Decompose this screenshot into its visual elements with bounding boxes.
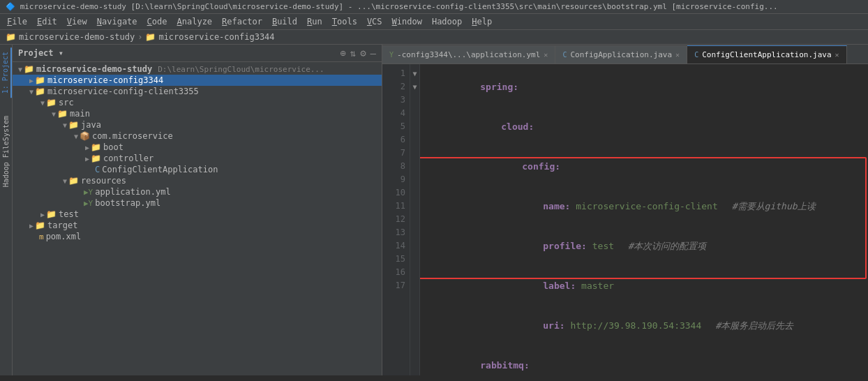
- yaml-key-spring: spring:: [480, 82, 518, 92]
- menu-help[interactable]: Help: [467, 15, 496, 28]
- tree-label-resources: resources: [81, 176, 126, 186]
- project-tree: ▼ 📁 microservice-demo-study D:\learn\Spr…: [13, 62, 382, 375]
- minimize-icon[interactable]: —: [371, 47, 376, 59]
- sidebar-toolbar: ⊕ ⇅ ⚙ —: [340, 47, 376, 59]
- tree-item-bootstrap-yml[interactable]: ▶Y bootstrap.yml: [13, 197, 382, 209]
- tab-configapp-java[interactable]: C ConfigApplication.java ✕: [555, 45, 687, 64]
- tree-label-client3355: microservice-config-client3355: [47, 87, 199, 96]
- breadcrumb-folder-icon: 📁: [6, 32, 16, 42]
- yaml-key-uri: uri:: [543, 320, 564, 331]
- tab-configclientapp-label: ConfigClientApplication.java: [702, 50, 831, 59]
- breadcrumb-folder-icon-2: 📁: [145, 32, 156, 42]
- menu-build[interactable]: Build: [268, 15, 301, 28]
- sidebar-title: Project ▾: [18, 48, 63, 58]
- yaml-comment-5: #本次访问的配置项: [628, 241, 706, 251]
- tab-hadoop-filesystem[interactable]: Hadoop FileSystem: [1, 112, 11, 191]
- menu-hadoop[interactable]: Hadoop: [428, 15, 466, 28]
- menu-window[interactable]: Window: [388, 15, 426, 28]
- tab-project[interactable]: 1: Project: [0, 47, 12, 98]
- tree-label-config3344: microservice-config3344: [47, 75, 163, 85]
- tree-label-application-yml: application.yml: [95, 187, 170, 197]
- sync-icon[interactable]: ⇅: [350, 47, 356, 59]
- breadcrumb-child[interactable]: microservice-config3344: [158, 32, 274, 42]
- code-editor: 1 2 3 4 5 6 7 8 9 10 11 12 13 14 15 16 1…: [382, 64, 868, 375]
- app-icon: 🔷: [6, 2, 20, 11]
- tree-detail-root: D:\learn\SpringCloud\microservice...: [158, 65, 324, 74]
- breadcrumb-root[interactable]: microservice-demo-study: [19, 32, 135, 42]
- code-content[interactable]: spring: cloud: config: name: microservic…: [420, 64, 868, 375]
- tabs-bar: Y -config3344\...\application.yml ✕ C Co…: [382, 45, 868, 64]
- tree-item-client3355[interactable]: ▼ 📁 microservice-config-client3355: [13, 86, 382, 97]
- menu-edit[interactable]: Edit: [33, 15, 61, 28]
- tree-item-target[interactable]: ▶ 📁 target: [13, 220, 382, 231]
- menu-analyze[interactable]: Analyze: [173, 15, 217, 28]
- menu-bar: File Edit View Navigate Code Analyze Ref…: [0, 14, 868, 30]
- tab-close-configapp[interactable]: ✕: [675, 51, 680, 59]
- code-line-2: cloud:: [426, 107, 862, 147]
- tree-item-controller[interactable]: ▶ 📁 controller: [13, 153, 382, 164]
- tree-item-pom-xml[interactable]: m pom.xml: [13, 231, 382, 242]
- code-line-6: label: master: [426, 266, 862, 306]
- tree-item-test[interactable]: ▶ 📁 test: [13, 209, 382, 220]
- tree-label-main: main: [70, 109, 90, 119]
- tree-item-root[interactable]: ▼ 📁 microservice-demo-study D:\learn\Spr…: [13, 64, 382, 75]
- code-line-7: uri: http://39.98.190.54:3344#本服务启动后先去: [426, 306, 862, 345]
- tree-label-package: com.microservice: [92, 131, 173, 141]
- tree-label-java: java: [81, 120, 101, 130]
- breadcrumb-separator: ›: [137, 32, 142, 42]
- tree-item-resources[interactable]: ▼ 📁 resources: [13, 175, 382, 186]
- code-line-8: rabbitmq:: [426, 345, 862, 375]
- yaml-val-uri: http://39.98.190.54:3344: [565, 320, 702, 331]
- tree-item-src[interactable]: ▼ 📁 src: [13, 97, 382, 108]
- menu-file[interactable]: File: [3, 15, 31, 28]
- yaml-comment-7: #本服务启动后先去: [715, 320, 793, 331]
- tab-yml-icon: Y: [389, 51, 394, 59]
- yaml-comment-4: #需要从github上读: [732, 201, 816, 211]
- tree-item-configclientapp[interactable]: C ConfigClientApplication: [13, 164, 382, 175]
- yaml-key-config: config:: [522, 161, 560, 172]
- tree-label-configclientapp: ConfigClientApplication: [102, 165, 218, 174]
- left-panel-tabs: 1: Project Hadoop FileSystem: [0, 45, 13, 375]
- sidebar-header: Project ▾ ⊕ ⇅ ⚙ —: [13, 45, 382, 62]
- tree-label-bootstrap-yml: bootstrap.yml: [95, 198, 160, 208]
- tab-configclientapp-java[interactable]: C ConfigClientApplication.java ✕: [687, 45, 847, 64]
- menu-refactor[interactable]: Refactor: [218, 15, 267, 28]
- yaml-val-profile: test: [587, 241, 614, 251]
- yaml-val-label: master: [576, 281, 614, 291]
- tab-close-application-yml[interactable]: ✕: [544, 51, 548, 59]
- menu-run[interactable]: Run: [303, 15, 327, 28]
- editor-area: Y -config3344\...\application.yml ✕ C Co…: [382, 45, 868, 375]
- menu-view[interactable]: View: [63, 15, 91, 28]
- menu-vcs[interactable]: VCS: [363, 15, 387, 28]
- yaml-key-name: name:: [543, 201, 570, 211]
- tab-java-icon-2: C: [694, 51, 698, 59]
- tree-item-java[interactable]: ▼ 📁 java: [13, 119, 382, 130]
- tree-label-src: src: [59, 98, 74, 107]
- tab-application-yml[interactable]: Y -config3344\...\application.yml ✕: [382, 45, 555, 64]
- tree-item-application-yml[interactable]: ▶Y application.yml: [13, 186, 382, 197]
- menu-code[interactable]: Code: [143, 15, 172, 28]
- tab-close-configclientapp[interactable]: ✕: [835, 51, 839, 59]
- tree-item-package[interactable]: ▼ 📦 com.microservice: [13, 130, 382, 142]
- tree-label-pom-xml: pom.xml: [46, 232, 82, 241]
- yaml-key-cloud: cloud:: [501, 121, 534, 132]
- tree-item-main[interactable]: ▼ 📁 main: [13, 108, 382, 119]
- menu-navigate[interactable]: Navigate: [93, 15, 142, 28]
- yaml-val-name: microservice-config-client: [570, 201, 717, 211]
- project-sidebar: Project ▾ ⊕ ⇅ ⚙ — ▼ 📁 microservice-demo-…: [13, 45, 382, 375]
- tree-label-test: test: [59, 209, 79, 219]
- tree-item-boot[interactable]: ▶ 📁 boot: [13, 142, 382, 153]
- settings-icon[interactable]: ⊕: [340, 47, 345, 59]
- breadcrumb: 📁 microservice-demo-study › 📁 microservi…: [0, 30, 868, 45]
- tab-configapp-label: ConfigApplication.java: [570, 50, 672, 59]
- title-text: microservice-demo-study [D:\learn\Spring…: [20, 2, 778, 11]
- tab-application-yml-label: -config3344\...\application.yml: [397, 50, 540, 59]
- tree-label-boot: boot: [103, 142, 124, 152]
- tree-label-controller: controller: [103, 154, 154, 163]
- tree-item-config3344[interactable]: ▶ 📁 microservice-config3344: [13, 75, 382, 86]
- tree-label-root: microservice-demo-study: [36, 64, 152, 74]
- tree-label-target: target: [47, 221, 77, 230]
- gear-icon[interactable]: ⚙: [360, 47, 366, 59]
- menu-tools[interactable]: Tools: [328, 15, 361, 28]
- main-layout: 1: Project Hadoop FileSystem Project ▾ ⊕…: [0, 45, 868, 375]
